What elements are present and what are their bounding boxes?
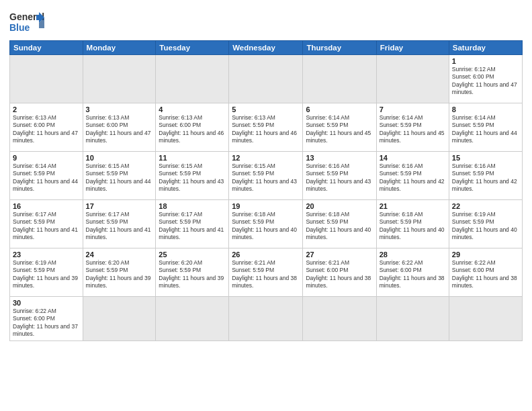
calendar-cell (229, 55, 303, 103)
logo: General Blue (9, 9, 44, 35)
logo-svg: General Blue (9, 9, 44, 35)
calendar-cell: 2Sunrise: 6:13 AMSunset: 6:00 PMDaylight… (10, 103, 83, 152)
calendar-cell: 11Sunrise: 6:15 AMSunset: 5:59 PMDayligh… (156, 152, 229, 200)
calendar-cell: 6Sunrise: 6:14 AMSunset: 5:59 PMDaylight… (303, 103, 376, 152)
day-number: 3 (86, 105, 153, 113)
day-info: Sunrise: 6:22 AMSunset: 6:00 PMDaylight:… (452, 259, 519, 290)
calendar-week-row: 2Sunrise: 6:13 AMSunset: 6:00 PMDaylight… (10, 103, 523, 152)
calendar-cell: 26Sunrise: 6:21 AMSunset: 5:59 PMDayligh… (229, 248, 303, 297)
calendar-cell: 15Sunrise: 6:16 AMSunset: 5:59 PMDayligh… (449, 152, 522, 200)
day-info: Sunrise: 6:15 AMSunset: 5:59 PMDaylight:… (232, 163, 300, 193)
day-info: Sunrise: 6:21 AMSunset: 6:00 PMDaylight:… (306, 259, 373, 290)
calendar-cell: 3Sunrise: 6:13 AMSunset: 6:00 PMDaylight… (83, 103, 156, 152)
col-header-friday: Friday (376, 41, 449, 55)
calendar-cell: 13Sunrise: 6:16 AMSunset: 5:59 PMDayligh… (303, 152, 376, 200)
calendar-cell (376, 55, 449, 103)
day-info: Sunrise: 6:17 AMSunset: 5:59 PMDaylight:… (86, 211, 153, 242)
day-number: 4 (159, 105, 226, 113)
day-number: 6 (306, 105, 373, 113)
day-number: 19 (232, 202, 300, 210)
calendar-cell (10, 55, 83, 103)
col-header-tuesday: Tuesday (156, 41, 229, 55)
day-info: Sunrise: 6:15 AMSunset: 5:59 PMDaylight:… (86, 163, 153, 193)
calendar-cell (303, 297, 376, 341)
day-info: Sunrise: 6:22 AMSunset: 6:00 PMDaylight:… (380, 259, 446, 290)
day-info: Sunrise: 6:22 AMSunset: 6:00 PMDaylight:… (13, 308, 80, 338)
calendar-cell: 28Sunrise: 6:22 AMSunset: 6:00 PMDayligh… (376, 248, 449, 297)
page: General Blue SundayMondayTuesdayWednesda… (0, 0, 532, 411)
day-number: 17 (86, 202, 153, 210)
day-info: Sunrise: 6:16 AMSunset: 5:59 PMDaylight:… (452, 163, 519, 193)
day-info: Sunrise: 6:12 AMSunset: 6:00 PMDaylight:… (452, 66, 519, 97)
day-info: Sunrise: 6:18 AMSunset: 5:59 PMDaylight:… (232, 211, 300, 242)
calendar-week-row: 9Sunrise: 6:14 AMSunset: 5:59 PMDaylight… (10, 152, 523, 200)
day-info: Sunrise: 6:16 AMSunset: 5:59 PMDaylight:… (380, 163, 446, 193)
day-number: 21 (380, 202, 446, 210)
day-number: 26 (232, 250, 300, 259)
day-number: 22 (452, 202, 519, 210)
day-info: Sunrise: 6:17 AMSunset: 5:59 PMDaylight:… (159, 211, 226, 242)
calendar-cell: 24Sunrise: 6:20 AMSunset: 5:59 PMDayligh… (83, 248, 156, 297)
col-header-sunday: Sunday (10, 41, 83, 55)
calendar-cell: 4Sunrise: 6:13 AMSunset: 6:00 PMDaylight… (156, 103, 229, 152)
calendar-cell: 30Sunrise: 6:22 AMSunset: 6:00 PMDayligh… (10, 297, 83, 341)
day-info: Sunrise: 6:14 AMSunset: 5:59 PMDaylight:… (452, 114, 519, 145)
calendar-cell (156, 55, 229, 103)
calendar-cell (156, 297, 229, 341)
calendar-cell: 21Sunrise: 6:18 AMSunset: 5:59 PMDayligh… (376, 200, 449, 248)
calendar-cell (376, 297, 449, 341)
calendar-week-row: 1Sunrise: 6:12 AMSunset: 6:00 PMDaylight… (10, 55, 523, 103)
day-info: Sunrise: 6:13 AMSunset: 6:00 PMDaylight:… (13, 114, 80, 145)
day-info: Sunrise: 6:17 AMSunset: 5:59 PMDaylight:… (13, 211, 80, 242)
col-header-wednesday: Wednesday (229, 41, 303, 55)
calendar-cell (83, 297, 156, 341)
day-number: 29 (452, 250, 519, 259)
calendar-cell: 16Sunrise: 6:17 AMSunset: 5:59 PMDayligh… (10, 200, 83, 248)
calendar-cell (303, 55, 376, 103)
day-info: Sunrise: 6:18 AMSunset: 5:59 PMDaylight:… (306, 211, 373, 242)
day-number: 27 (306, 250, 373, 259)
day-number: 25 (159, 250, 226, 259)
calendar-cell: 9Sunrise: 6:14 AMSunset: 5:59 PMDaylight… (10, 152, 83, 200)
day-number: 10 (86, 154, 153, 162)
calendar-cell (229, 297, 303, 341)
day-number: 16 (13, 202, 80, 210)
day-number: 30 (13, 299, 80, 307)
day-info: Sunrise: 6:19 AMSunset: 5:59 PMDaylight:… (13, 259, 80, 290)
col-header-monday: Monday (83, 41, 156, 55)
calendar-cell: 18Sunrise: 6:17 AMSunset: 5:59 PMDayligh… (156, 200, 229, 248)
day-info: Sunrise: 6:18 AMSunset: 5:59 PMDaylight:… (380, 211, 446, 242)
day-number: 11 (159, 154, 226, 162)
day-info: Sunrise: 6:14 AMSunset: 5:59 PMDaylight:… (306, 114, 373, 145)
day-info: Sunrise: 6:14 AMSunset: 5:59 PMDaylight:… (380, 114, 446, 145)
calendar-cell: 27Sunrise: 6:21 AMSunset: 6:00 PMDayligh… (303, 248, 376, 297)
day-info: Sunrise: 6:21 AMSunset: 5:59 PMDaylight:… (232, 259, 300, 290)
calendar-cell: 5Sunrise: 6:13 AMSunset: 5:59 PMDaylight… (229, 103, 303, 152)
day-info: Sunrise: 6:20 AMSunset: 5:59 PMDaylight:… (159, 259, 226, 290)
day-info: Sunrise: 6:20 AMSunset: 5:59 PMDaylight:… (86, 259, 153, 290)
day-number: 13 (306, 154, 373, 162)
svg-text:Blue: Blue (9, 22, 30, 33)
day-number: 15 (452, 154, 519, 162)
calendar-cell (449, 297, 522, 341)
day-number: 18 (159, 202, 226, 210)
calendar-cell: 17Sunrise: 6:17 AMSunset: 5:59 PMDayligh… (83, 200, 156, 248)
day-number: 12 (232, 154, 300, 162)
col-header-thursday: Thursday (303, 41, 376, 55)
day-info: Sunrise: 6:13 AMSunset: 6:00 PMDaylight:… (159, 114, 226, 145)
col-header-saturday: Saturday (449, 41, 522, 55)
day-number: 2 (13, 105, 80, 113)
calendar-table: SundayMondayTuesdayWednesdayThursdayFrid… (9, 40, 523, 341)
day-number: 1 (452, 57, 519, 65)
day-info: Sunrise: 6:19 AMSunset: 5:59 PMDaylight:… (452, 211, 519, 242)
day-info: Sunrise: 6:14 AMSunset: 5:59 PMDaylight:… (13, 163, 80, 193)
calendar-cell: 23Sunrise: 6:19 AMSunset: 5:59 PMDayligh… (10, 248, 83, 297)
calendar-week-row: 23Sunrise: 6:19 AMSunset: 5:59 PMDayligh… (10, 248, 523, 297)
day-number: 24 (86, 250, 153, 259)
day-number: 9 (13, 154, 80, 162)
day-number: 20 (306, 202, 373, 210)
calendar-cell: 22Sunrise: 6:19 AMSunset: 5:59 PMDayligh… (449, 200, 522, 248)
calendar-header-row: SundayMondayTuesdayWednesdayThursdayFrid… (10, 41, 523, 55)
calendar-cell: 25Sunrise: 6:20 AMSunset: 5:59 PMDayligh… (156, 248, 229, 297)
day-info: Sunrise: 6:13 AMSunset: 6:00 PMDaylight:… (86, 114, 153, 145)
